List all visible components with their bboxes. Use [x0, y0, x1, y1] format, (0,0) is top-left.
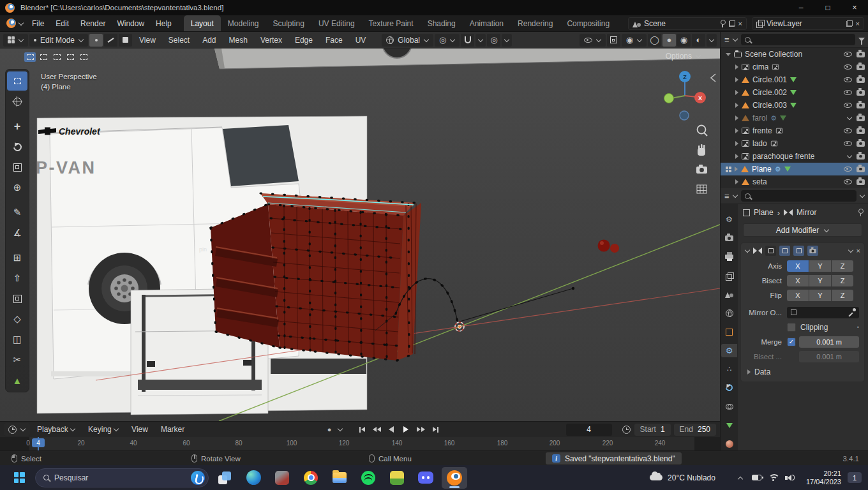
- outliner-item-plane[interactable]: Plane ⚙: [721, 163, 868, 175]
- filter-icon[interactable]: [858, 38, 865, 41]
- poly-build-tool[interactable]: ▲: [7, 371, 27, 390]
- menu-keying[interactable]: Keying: [82, 422, 124, 437]
- task-view-button[interactable]: [212, 467, 237, 489]
- expand-icon[interactable]: [735, 115, 738, 121]
- editor-type-button[interactable]: [3, 34, 28, 47]
- expand-icon[interactable]: [735, 103, 738, 108]
- outliner-search-input[interactable]: [754, 36, 851, 43]
- close-button[interactable]: ×: [841, 0, 868, 15]
- closed-eye-icon[interactable]: [847, 154, 852, 159]
- show-on-cage-toggle[interactable]: [765, 246, 776, 256]
- pan-hand-button[interactable]: [698, 144, 705, 156]
- tab-animation[interactable]: Animation: [463, 15, 511, 31]
- volume-indicator[interactable]: [782, 468, 798, 487]
- bisect-y-button[interactable]: Y: [809, 275, 831, 286]
- bisect-x-button[interactable]: X: [787, 275, 809, 286]
- tab-constraints[interactable]: [721, 400, 737, 413]
- tab-uv-editing[interactable]: UV Editing: [311, 15, 362, 31]
- boxselect-mode-intersect-button[interactable]: [78, 52, 89, 62]
- axis-y-button[interactable]: Y: [809, 260, 831, 272]
- bisect-distance-field[interactable]: 0.001 m: [799, 351, 859, 362]
- snap-settings-dropdown[interactable]: [475, 34, 486, 47]
- taskbar-app-7[interactable]: [384, 467, 410, 489]
- menu-view[interactable]: View: [133, 32, 161, 48]
- play-reverse-button[interactable]: [385, 424, 398, 435]
- annotate-tool[interactable]: ✎: [7, 203, 27, 222]
- add-cube-tool[interactable]: ⊞: [7, 248, 27, 267]
- outliner-item-circle002[interactable]: Circle.002: [721, 86, 868, 99]
- boxselect-mode-set-button[interactable]: [24, 52, 36, 62]
- render-toggle[interactable]: [857, 64, 865, 70]
- properties-editor-icon[interactable]: ≡: [724, 192, 730, 200]
- tab-sculpting[interactable]: Sculpting: [266, 15, 311, 31]
- render-toggle[interactable]: [857, 77, 865, 83]
- render-toggle[interactable]: [857, 90, 865, 96]
- options-dropdown[interactable]: Options: [666, 52, 701, 61]
- playhead-frame-badge[interactable]: 4: [32, 438, 45, 447]
- taskbar-app-spotify[interactable]: [355, 467, 381, 489]
- toggle-view-grid-button[interactable]: [697, 185, 707, 193]
- hide-toggle[interactable]: [844, 52, 852, 57]
- zoom-button[interactable]: [698, 126, 708, 137]
- chevron-down-icon[interactable]: [733, 193, 738, 198]
- measure-tool[interactable]: ∡: [7, 223, 27, 242]
- xray-toggle[interactable]: [607, 34, 620, 47]
- taskbar-app-blender[interactable]: [442, 467, 467, 489]
- outliner-item-farol[interactable]: farol ⚙: [721, 112, 868, 124]
- vertex-select-button[interactable]: [89, 34, 103, 47]
- collapse-icon[interactable]: [745, 248, 750, 253]
- overlays-dropdown[interactable]: ◉: [622, 34, 647, 47]
- tab-object[interactable]: [721, 325, 737, 338]
- taskbar-app-discord[interactable]: [413, 467, 438, 489]
- battery-indicator[interactable]: [749, 468, 765, 487]
- outliner-item-frente[interactable]: frente: [721, 124, 868, 137]
- properties-search-input[interactable]: [754, 192, 853, 200]
- edited-mesh-plane[interactable]: [211, 193, 421, 360]
- expand-icon[interactable]: [735, 64, 738, 70]
- taskbar-app-edge[interactable]: [241, 467, 266, 489]
- tab-compositing[interactable]: Compositing: [560, 15, 617, 31]
- menu-vertex[interactable]: Vertex: [255, 32, 288, 48]
- shading-material-button[interactable]: ◉: [677, 34, 691, 47]
- proportional-edit-toggle[interactable]: ◎: [487, 34, 500, 47]
- tab-physics[interactable]: [721, 382, 737, 394]
- tab-shading[interactable]: Shading: [421, 15, 463, 31]
- tab-tool[interactable]: ⚙: [721, 213, 737, 226]
- outliner-root-collection[interactable]: Scene Collection: [721, 48, 868, 61]
- transform-orientation-dropdown[interactable]: Global: [382, 34, 433, 47]
- rotate-tool[interactable]: [7, 137, 27, 156]
- chevron-down-icon[interactable]: [733, 37, 738, 42]
- tab-view-layer[interactable]: [721, 269, 737, 282]
- expand-icon[interactable]: [735, 77, 738, 82]
- hide-toggle[interactable]: [844, 179, 852, 184]
- saved-notification[interactable]: i Saved "stepvantentativa3.blend": [546, 452, 682, 464]
- pin-icon[interactable]: [719, 20, 726, 27]
- bevel-tool[interactable]: ◇: [7, 309, 27, 329]
- menu-mesh[interactable]: Mesh: [223, 32, 253, 48]
- axis-z-button[interactable]: Z: [832, 260, 853, 272]
- play-button[interactable]: [400, 424, 413, 435]
- falloff-dropdown[interactable]: [502, 34, 512, 47]
- hide-toggle[interactable]: [844, 141, 852, 146]
- outliner-item-lado[interactable]: lado: [721, 137, 868, 150]
- expand-icon[interactable]: [735, 90, 738, 95]
- sidebar-collapse-arrow[interactable]: [711, 74, 715, 82]
- box-select-tool[interactable]: [7, 71, 27, 91]
- shading-solid-button[interactable]: ●: [662, 34, 676, 47]
- tab-output[interactable]: [721, 251, 737, 264]
- maximize-button[interactable]: □: [814, 0, 841, 15]
- extrude-region-tool[interactable]: ⇧: [7, 269, 27, 288]
- outliner-item-circle003[interactable]: Circle.003: [721, 99, 868, 112]
- menu-playback[interactable]: Playback: [31, 422, 81, 437]
- tab-material[interactable]: [721, 438, 737, 450]
- red-sphere-objects[interactable]: [598, 240, 620, 253]
- menu-help[interactable]: Help: [150, 15, 177, 31]
- hide-toggle[interactable]: [844, 103, 852, 108]
- render-toggle[interactable]: [857, 141, 865, 147]
- new-viewlayer-icon[interactable]: [846, 20, 853, 27]
- hide-toggle[interactable]: [844, 77, 852, 82]
- clock-widget[interactable]: 20:21 17/04/2023: [806, 470, 841, 486]
- shading-dropdown[interactable]: [707, 34, 717, 47]
- modifier-panel-header[interactable]: ×: [741, 243, 864, 258]
- extras-dropdown-icon[interactable]: [848, 248, 853, 253]
